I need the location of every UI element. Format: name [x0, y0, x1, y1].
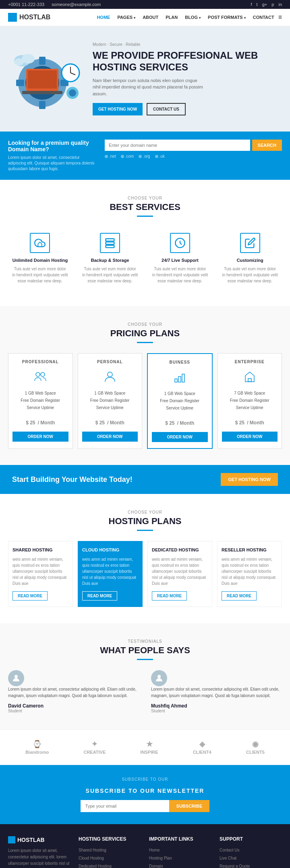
feature-4-1: 7 GB Web Space — [222, 390, 278, 397]
email-address: someone@example.com — [52, 2, 101, 7]
user-icon — [104, 370, 116, 383]
order-btn-2[interactable]: ORDER NOW — [82, 432, 138, 442]
footer-link-1[interactable]: Home — [149, 848, 160, 852]
hamburger-icon[interactable]: ≡ — [278, 14, 282, 21]
nav-plan[interactable]: PLAN — [162, 13, 181, 22]
domain-inner: Looking for a premium quality Domain Nam… — [8, 140, 282, 172]
newsletter-section: SUBSCRIBE TO OUR SUBSCRIBE TO OUR NEWSLE… — [0, 765, 290, 824]
services-divider — [137, 216, 153, 217]
newsletter-email-input[interactable] — [81, 800, 169, 812]
service-desc-4: Tuis aute vel eum more dolor in hendreri… — [222, 266, 278, 284]
hero-description: Nam liber tempor cum soluta nobis elen o… — [93, 77, 205, 97]
client-name-2: CREATIVE — [83, 750, 106, 755]
social-facebook[interactable]: f — [251, 2, 252, 7]
footer-hosting-link-3[interactable]: Dedicated Hosting — [79, 864, 112, 868]
svg-rect-25 — [178, 376, 181, 382]
hosting-desc-1: weis amm ad minim veniam, quis nostrud e… — [12, 556, 68, 586]
testimonials-grid: Lorem ipsum dolor sit amet, consectetur … — [8, 670, 282, 713]
domain-extensions: .net .com .org .uk — [105, 154, 282, 158]
testimonial-text-2: Lorem ipsum dolor sit amet, consectetur … — [151, 686, 282, 699]
get-hosting-button[interactable]: GET HOSTING NOW — [93, 103, 143, 115]
plan-features-2: 1 GB Web Space Free Domain Register Serv… — [82, 390, 138, 411]
domain-input[interactable] — [105, 140, 250, 151]
domain-input-row: SEARCH — [105, 140, 282, 151]
client-logo-5: ◉ CLIENT5 — [246, 740, 265, 755]
testimonial-role-1: Student — [8, 709, 139, 713]
nav-pages[interactable]: PAGES ▾ — [114, 13, 139, 22]
order-btn-1[interactable]: ORDER NOW — [12, 432, 68, 442]
newsletter-subscribe-button[interactable]: SUBSCRIBE — [169, 800, 210, 812]
price-1: $ 25 — [26, 420, 35, 426]
service-icon-customize — [240, 233, 260, 253]
nav-contact[interactable]: CONTACT — [250, 13, 278, 22]
service-desc-2: Tuis aute vel eum more dolor in hendreri… — [82, 266, 138, 284]
svg-rect-3 — [39, 101, 46, 109]
footer-link-2[interactable]: Hosting Plan — [149, 856, 172, 860]
social-googleplus[interactable]: g+ — [262, 2, 267, 7]
pricing-header: CHOOSE YOUR PRICING PLANS — [8, 322, 282, 343]
footer-support-link-2[interactable]: Live Chat — [220, 856, 236, 860]
social-linkedin[interactable]: in — [278, 2, 282, 7]
contact-us-button[interactable]: CONTACT US — [147, 103, 186, 115]
plan-features-3: 1 GB Web Space Free Domain Register Serv… — [152, 390, 208, 412]
social-twitter[interactable]: t — [257, 2, 258, 7]
period-2: / Month — [107, 420, 124, 426]
footer-hosting-link-2[interactable]: Cloud Hosting — [79, 856, 104, 860]
testimonial-name-2: Mushfiq Ahmed — [151, 703, 282, 709]
footer-links-list: Home Hosting Plan Domain Service — [149, 847, 211, 868]
svg-rect-2 — [39, 57, 46, 65]
pricing-icon-1 — [32, 369, 48, 385]
plan-price-3: $ 25 / Month — [152, 417, 208, 427]
svg-rect-17 — [106, 239, 114, 241]
pricing-card-enterprise: ENTERPRISE 7 GB Web Space Free Domain Re… — [218, 353, 282, 449]
service-card-support: 24/7 Live Support Tuis aute vel eum more… — [148, 227, 212, 290]
footer-hosting-item-3: Dedicated Hosting — [79, 863, 141, 868]
order-btn-3[interactable]: ORDER NOW — [152, 432, 208, 442]
hero-buttons: GET HOSTING NOW CONTACT US — [93, 103, 282, 115]
svg-rect-19 — [106, 245, 114, 248]
logo-icon — [8, 13, 17, 22]
feature-3-3: Service Uptime — [152, 405, 208, 412]
svg-point-28 — [14, 675, 18, 678]
client-logo-4: ◈ CLIENT4 — [193, 740, 211, 755]
pricing-card-professional: PROFESSIONAL 1 GB Web Space Free Domain … — [8, 353, 73, 449]
svg-rect-4 — [16, 80, 24, 86]
nav-home[interactable]: HOME — [93, 13, 113, 22]
service-desc-1: Tuis aute vel eum more dolor in hendreri… — [12, 266, 68, 284]
ext-uk: .uk — [155, 154, 165, 158]
hosting-card-shared: SHARED HOSTING weis amm ad minim veniam,… — [8, 541, 73, 607]
nav-blog[interactable]: BLOG ▾ — [182, 13, 204, 22]
order-btn-4[interactable]: ORDER NOW — [222, 432, 278, 442]
price-2: $ 25 — [95, 420, 105, 426]
nav-post-formats[interactable]: POST FORMATS ▾ — [205, 13, 249, 22]
logo-text: HOSTLAB — [19, 14, 50, 21]
cta-button[interactable]: GET HOSTING NOW — [221, 473, 278, 486]
pricing-card-business: BUINESS 1 GB Web Space Free Domain Regis… — [147, 353, 213, 449]
client-icon-1: ⌚ — [25, 740, 49, 749]
client-name-4: CLIENT4 — [193, 750, 211, 755]
domain-description: Lorem ipsum dolor sit amet, consectetur … — [8, 155, 97, 172]
domain-text: Looking for a premium quality Domain Nam… — [8, 140, 97, 172]
feature-3-2: Free Domain Register — [152, 397, 208, 405]
hosting-btn-3[interactable]: READ MORE — [152, 591, 187, 601]
support-icon — [174, 237, 186, 249]
footer-link-item-3: Domain — [149, 863, 211, 868]
footer-link-3[interactable]: Domain — [149, 864, 163, 868]
nav-about[interactable]: ABOUT — [139, 13, 162, 22]
hosting-btn-2[interactable]: READ MORE — [82, 591, 117, 601]
plan-features-1: 1 GB Web Space Free Domain Register Serv… — [12, 390, 68, 411]
footer-logo-icon — [8, 836, 15, 843]
footer-support-link-1[interactable]: Contact Us — [220, 848, 239, 852]
svg-rect-8 — [22, 91, 62, 94]
social-pinterest[interactable]: p — [271, 2, 274, 7]
hero-section: Modern · Secure · Reliable WE PROVIDE PR… — [0, 26, 290, 132]
hosting-btn-4[interactable]: READ MORE — [222, 591, 257, 601]
footer-support-item-2: Live Chat — [220, 855, 282, 861]
domain-search-button[interactable]: SEARCH — [252, 140, 282, 151]
footer-support-item-1: Contact Us — [220, 847, 282, 853]
footer-hosting-link-1[interactable]: Shared Hosting — [79, 848, 106, 852]
client-name-3: INSPIRE — [141, 750, 158, 755]
period-4: / Month — [247, 420, 264, 426]
footer-support-link-3[interactable]: Request a Quote — [220, 864, 250, 868]
hosting-btn-1[interactable]: READ MORE — [12, 591, 48, 601]
